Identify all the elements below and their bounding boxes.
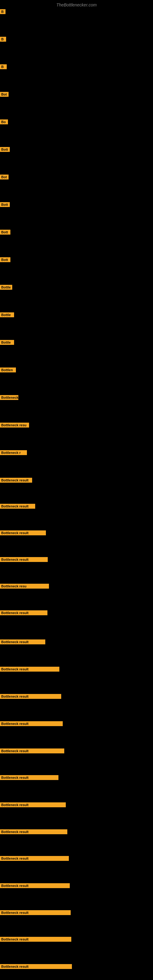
bar-item: Bottle (0, 312, 14, 318)
bar-item: Bot (0, 92, 9, 98)
bar-label: Bottleneck resu (0, 423, 29, 428)
bar-label: Bottleneck result (0, 964, 72, 969)
bar-label: Bot (0, 92, 9, 97)
bar-label: Bottleneck result (0, 640, 45, 644)
bar-label: Bottleneck result (0, 856, 69, 861)
bar-item: Bo (0, 119, 8, 126)
bar-item: Bottleneck resu (0, 423, 29, 429)
site-title: TheBottlenecker.com (0, 2, 153, 7)
bar-item: Bottleneck resu (0, 584, 49, 590)
bar-item: B (0, 37, 6, 43)
bar-label: B (0, 9, 5, 14)
bar-label: Bott (0, 147, 10, 152)
bar-label: Bottleneck result (0, 883, 70, 888)
bar-label: B (0, 64, 7, 69)
bar-item: B (0, 64, 7, 70)
bar-item: B (0, 9, 5, 15)
bar-label: Bottlen (0, 368, 16, 372)
bar-label: Bott (0, 257, 10, 262)
bar-item: Bottleneck result (0, 694, 61, 700)
bar-item: Bottleneck result (0, 478, 32, 484)
bar-label: Bottleneck result (0, 748, 64, 753)
bar-item: Bottleneck result (0, 883, 70, 889)
bar-item: Bottleneck result (0, 610, 48, 616)
bar-label: B (0, 37, 6, 41)
bar-item: Bottleneck result (0, 775, 59, 781)
bar-label: Bottleneck result (0, 504, 35, 509)
bar-item: Bottleneck result (0, 504, 35, 510)
bar-item: Bott (0, 257, 10, 263)
bar-label: Bottleneck result (0, 610, 48, 615)
bar-label: Bottleneck result (0, 910, 71, 915)
bar-label: Bottleneck result (0, 775, 59, 780)
bar-label: Bott (0, 202, 10, 207)
bar-item: Bottleneck result (0, 557, 48, 563)
bar-item: Bottlen (0, 368, 16, 374)
bar-item: Bottleneck result (0, 964, 72, 970)
bar-label: Bottleneck result (0, 530, 46, 535)
bar-label: Bottleneck (0, 395, 18, 400)
bar-item: Bottleneck result (0, 856, 69, 862)
bar-label: Bottle (0, 285, 12, 290)
bar-item: Bottle (0, 340, 14, 346)
bar-item: Bottleneck result (0, 829, 67, 835)
bar-item: Bottleneck result (0, 748, 64, 755)
bar-item: Bottleneck result (0, 667, 59, 673)
bar-item: Bottleneck result (0, 530, 46, 536)
bar-label: Bottleneck result (0, 802, 66, 807)
bar-label: Bottleneck result (0, 478, 32, 483)
bar-label: Bottleneck r (0, 450, 27, 455)
bar-item: Bottleneck result (0, 802, 66, 808)
bar-label: Bottleneck resu (0, 584, 49, 589)
bar-item: Bottleneck (0, 395, 18, 401)
bar-item: Bott (0, 230, 10, 236)
bar-item: Bottleneck r (0, 450, 27, 456)
bar-label: Bottleneck result (0, 667, 59, 671)
bar-label: Bottleneck result (0, 694, 61, 699)
bar-item: Bot (0, 175, 9, 181)
bar-label: Bottle (0, 312, 14, 317)
bar-item: Bottle (0, 285, 12, 291)
bar-label: Bottleneck result (0, 721, 63, 726)
bar-label: Bott (0, 230, 10, 235)
bar-label: Bottleneck result (0, 937, 71, 942)
bar-item: Bott (0, 202, 10, 208)
bar-label: Bo (0, 119, 8, 124)
bar-label: Bottleneck result (0, 557, 48, 562)
bar-item: Bottleneck result (0, 910, 71, 916)
bar-label: Bottleneck result (0, 829, 67, 834)
bar-item: Bottleneck result (0, 721, 63, 727)
bar-item: Bottleneck result (0, 640, 45, 646)
bar-label: Bottle (0, 340, 14, 345)
bar-label: Bot (0, 175, 9, 180)
bar-item: Bottleneck result (0, 937, 71, 943)
bar-item: Bott (0, 147, 10, 153)
